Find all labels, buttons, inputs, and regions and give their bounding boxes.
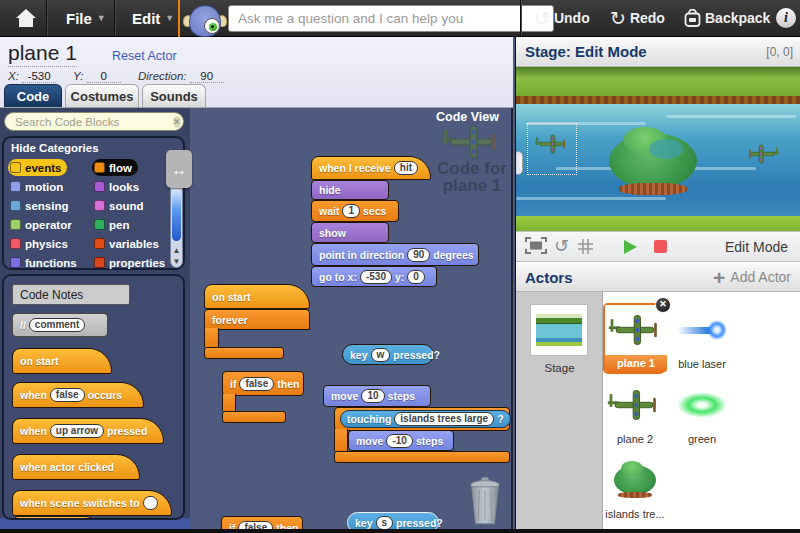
reset-actor-link[interactable]: Reset Actor: [112, 49, 177, 63]
scroll-down-arrow[interactable]: ▼: [171, 256, 182, 267]
block-touching-boolean[interactable]: touching islands trees large ?: [340, 410, 511, 428]
add-actor-button[interactable]: + Add Actor: [713, 267, 791, 288]
scene-shoreline: [516, 96, 800, 104]
x-value-field[interactable]: -530: [22, 70, 56, 83]
search-blocks-input[interactable]: [15, 116, 169, 128]
actor-name-field[interactable]: plane 1: [8, 41, 77, 67]
block-show[interactable]: show: [311, 222, 389, 243]
home-button[interactable]: [4, 0, 48, 36]
block-key-s-pressed[interactable]: key s pressed?: [347, 512, 439, 529]
block-move-neg10-steps[interactable]: move -10 steps: [348, 430, 454, 451]
block-move-10-steps[interactable]: move 10 steps: [323, 385, 431, 407]
actor-thumbnail: [604, 380, 666, 430]
category-pen[interactable]: pen: [92, 216, 135, 233]
actor-tile-plane-1[interactable]: ✕ plane 1: [603, 303, 665, 374]
palette-blocks-panel: Code Notes // comment on start when fals…: [2, 274, 185, 520]
canvas-watermark: Code for plane 1: [430, 160, 513, 194]
category-operator[interactable]: operator: [8, 216, 78, 233]
scene-paddle: [516, 151, 523, 175]
category-functions[interactable]: functions: [8, 254, 83, 271]
backpack-button[interactable]: Backpack: [684, 0, 770, 36]
palette-block-when-scene-switches[interactable]: when scene switches to: [12, 490, 172, 516]
scrollbar-thumb[interactable]: [172, 189, 181, 241]
category-swatch: [94, 162, 105, 173]
edit-menu-button[interactable]: Edit ▼: [120, 0, 186, 36]
file-menu-button[interactable]: File ▼: [54, 0, 118, 36]
helper-mascot[interactable]: [183, 3, 227, 37]
app-window: File ▼ Edit ▼ ↺ Undo ↻ Redo Backpack i: [0, 0, 800, 533]
actor-label-stage: Stage: [516, 362, 603, 374]
category-flow[interactable]: flow: [92, 159, 138, 176]
category-events[interactable]: events: [8, 159, 67, 176]
block-wait-secs[interactable]: wait 1 secs: [311, 200, 399, 222]
palette-block-code-notes[interactable]: Code Notes: [12, 284, 130, 305]
actor-tile-stage[interactable]: [530, 304, 588, 356]
block-key-w-pressed[interactable]: key w pressed?: [342, 344, 434, 365]
palette-block-when-key-pressed[interactable]: when up arrow pressed: [12, 418, 164, 444]
palette-block-when-actor-clicked[interactable]: when actor clicked: [12, 454, 140, 480]
palette-block-comment[interactable]: // comment: [12, 313, 108, 337]
scroll-up-arrow[interactable]: ▲: [171, 245, 182, 256]
stop-button[interactable]: [654, 240, 667, 253]
file-menu-label: File: [66, 10, 92, 27]
actor-label: plane 2: [604, 430, 666, 445]
y-value-field[interactable]: 0: [87, 70, 121, 83]
tab-costumes[interactable]: Costumes: [65, 84, 139, 107]
block-forever[interactable]: forever: [204, 309, 310, 330]
stage-title: Stage: Edit Mode: [525, 43, 647, 60]
block-if-false-then-partial[interactable]: if false then: [221, 516, 303, 529]
hide-categories-toggle[interactable]: Hide Categories: [11, 142, 99, 154]
ask-question-input[interactable]: [228, 5, 554, 32]
redo-icon: ↻: [610, 9, 626, 28]
play-button[interactable]: [624, 240, 637, 254]
clear-search-icon[interactable]: ✕: [173, 116, 181, 128]
category-physics[interactable]: physics: [8, 235, 74, 252]
block-on-start[interactable]: on start: [204, 284, 310, 309]
actor-tile-blue-laser[interactable]: blue laser: [671, 305, 733, 370]
category-sensing[interactable]: sensing: [8, 197, 74, 214]
actor-tile-islands-trees[interactable]: islands tre...: [604, 455, 666, 520]
scene-plane-1[interactable]: [534, 133, 570, 155]
grid-icon[interactable]: [578, 239, 593, 254]
block-if-touching-then[interactable]: touching islands trees large ? then: [334, 407, 510, 431]
scene-plane-2[interactable]: [744, 143, 780, 165]
code-canvas[interactable]: Code View Code for plane 1 when I receiv…: [190, 108, 513, 529]
block-go-to-xy[interactable]: go to x: -530 y: 0: [311, 266, 437, 287]
actor-tile-green[interactable]: green: [671, 380, 733, 445]
tab-sounds[interactable]: Sounds: [142, 84, 206, 107]
block-if-false-then[interactable]: if false then: [222, 371, 304, 396]
block-if-arm: [222, 411, 286, 423]
palette-resize-handle[interactable]: ↔: [166, 150, 192, 188]
undo-icon: ↺: [534, 9, 550, 28]
category-looks[interactable]: looks: [92, 178, 145, 195]
palette-block-when-occurs[interactable]: when false occurs: [12, 382, 144, 408]
actor-thumbnail: [671, 380, 733, 430]
redo-button[interactable]: ↻ Redo: [610, 0, 665, 36]
tab-code[interactable]: Code: [4, 84, 62, 107]
close-icon[interactable]: ✕: [655, 297, 671, 313]
x-label: X:: [8, 70, 19, 82]
block-if-touching-spine: [334, 429, 348, 451]
actor-tile-plane-2[interactable]: plane 2: [604, 380, 666, 445]
stage-thumbnail: [536, 314, 582, 346]
palette-block-partial[interactable]: [12, 516, 104, 520]
block-hide[interactable]: hide: [311, 180, 389, 200]
trash-can[interactable]: [466, 476, 504, 526]
category-swatch: [94, 181, 105, 192]
category-properties[interactable]: properties: [92, 254, 171, 271]
block-point-in-direction[interactable]: point in direction 90 degrees: [311, 243, 479, 266]
y-label: Y:: [73, 70, 83, 82]
home-icon: [16, 9, 36, 27]
reset-stage-icon[interactable]: ↺: [554, 235, 569, 257]
direction-value-field[interactable]: 90: [190, 70, 224, 83]
block-when-i-receive[interactable]: when I receive hit: [311, 156, 431, 180]
category-variables[interactable]: variables: [92, 235, 165, 252]
info-button[interactable]: i: [776, 8, 796, 28]
category-sound[interactable]: sound: [92, 197, 150, 214]
edit-mode-label: Edit Mode: [725, 239, 788, 255]
undo-button[interactable]: ↺ Undo: [534, 0, 590, 36]
category-motion[interactable]: motion: [8, 178, 69, 195]
palette-block-on-start[interactable]: on start: [12, 348, 112, 374]
fullscreen-icon[interactable]: [525, 237, 547, 254]
stage-preview[interactable]: [516, 67, 800, 231]
